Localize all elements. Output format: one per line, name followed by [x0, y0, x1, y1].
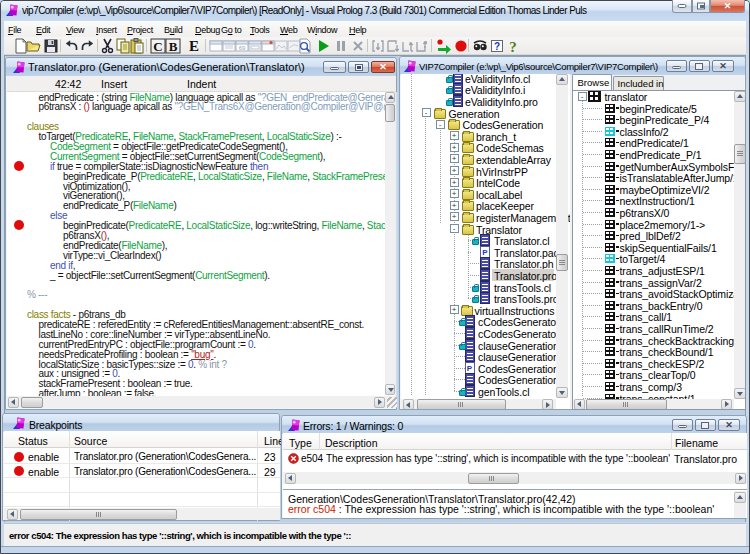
svg-text:?: ?	[494, 41, 500, 52]
svg-text:?: ?	[509, 39, 517, 55]
svg-text:B: B	[169, 39, 178, 54]
svg-text:69: 69	[239, 45, 246, 51]
svg-text:E: E	[189, 38, 199, 54]
svg-text:C: C	[153, 39, 162, 54]
